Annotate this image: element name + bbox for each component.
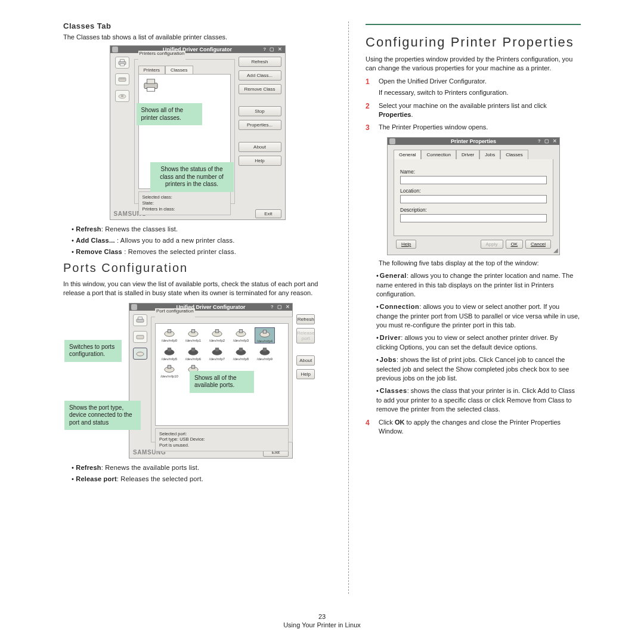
refresh-button[interactable]: Refresh bbox=[239, 57, 281, 67]
step-3: 3 The Printer Properties window opens. bbox=[366, 123, 581, 132]
printers-icon[interactable] bbox=[133, 314, 147, 326]
port-item[interactable]: /dev/mfp1 bbox=[183, 327, 203, 343]
pp-tab-jobs[interactable]: Jobs bbox=[479, 150, 500, 159]
selected-class-title: Selected class: bbox=[143, 194, 227, 200]
svg-rect-19 bbox=[215, 329, 218, 332]
port-item[interactable]: /dev/mfp5 bbox=[159, 346, 179, 361]
callout-class-status: Shows the status of the class and the nu… bbox=[150, 162, 234, 192]
ports-icon-active[interactable] bbox=[133, 348, 147, 360]
about-button[interactable]: About bbox=[239, 142, 281, 152]
help-button[interactable]: Help bbox=[239, 156, 281, 166]
svg-rect-31 bbox=[239, 348, 242, 351]
td-jobs-text: : shows the list of print jobs. Click Ca… bbox=[376, 356, 569, 382]
figure-printer-properties: Printer Properties ? ▢ ✕ General Connect… bbox=[387, 137, 560, 255]
step-4: 4 Click OK to apply the changes and clos… bbox=[366, 418, 581, 436]
step-4a: Click bbox=[379, 419, 395, 426]
configurator-sidebar bbox=[114, 57, 131, 204]
callout-switch-ports: Switches to ports configuration. bbox=[64, 340, 122, 362]
ports-config-heading: Ports Configuration bbox=[63, 261, 332, 275]
svg-rect-29 bbox=[215, 348, 218, 351]
pp-tab-general[interactable]: General bbox=[394, 150, 421, 159]
pp-help-button[interactable]: Help bbox=[396, 240, 416, 249]
pp-ok-button[interactable]: OK bbox=[506, 240, 524, 249]
port-item[interactable]: /dev/mfp9 bbox=[255, 346, 275, 361]
port-item[interactable]: /dev/mfp6 bbox=[183, 346, 203, 361]
svg-rect-11 bbox=[138, 317, 143, 319]
note-refresh-text: : Renews the classes list. bbox=[101, 225, 178, 233]
five-tabs-intro: The following five tabs display at the t… bbox=[379, 259, 581, 268]
app-icon bbox=[389, 138, 395, 144]
pp-tab-connection[interactable]: Connection bbox=[421, 150, 456, 159]
port-item[interactable]: /dev/mfp8 bbox=[231, 346, 251, 361]
help-button[interactable]: Help bbox=[296, 369, 315, 379]
add-class-button[interactable]: Add Class... bbox=[239, 70, 281, 80]
window-titlebar: Unified Driver Configurator ? ▢ ✕ bbox=[110, 46, 285, 53]
release-port-button[interactable]: Release port bbox=[296, 328, 315, 343]
note-addclass-text: : Allows you to add a new printer class. bbox=[115, 237, 235, 244]
pp-input-name[interactable] bbox=[400, 176, 547, 184]
pp-input-location[interactable] bbox=[400, 195, 547, 203]
svg-rect-27 bbox=[191, 348, 194, 351]
selected-port-type: Port type: USB Device: bbox=[159, 436, 284, 442]
refresh-button[interactable]: Refresh bbox=[296, 314, 315, 324]
ports-icon[interactable] bbox=[115, 90, 129, 102]
remove-class-button[interactable]: Remove Class bbox=[239, 84, 281, 94]
scanners-icon[interactable] bbox=[115, 73, 129, 85]
window-controls[interactable]: ? ▢ ✕ bbox=[263, 47, 283, 52]
step-1a: Open the Unified Driver Configurator. bbox=[379, 78, 487, 85]
left-column: Classes Tab The Classes tab shows a list… bbox=[54, 21, 341, 594]
pp-tab-driver[interactable]: Driver bbox=[456, 150, 479, 159]
pp-apply-button[interactable]: Apply bbox=[481, 240, 503, 249]
step-1: 1 Open the Unified Driver Configurator. … bbox=[366, 77, 581, 98]
about-button[interactable]: About bbox=[296, 355, 315, 366]
printer-class-icon bbox=[143, 78, 159, 92]
printers-icon[interactable] bbox=[115, 57, 129, 69]
port-item[interactable]: /dev/mfp7 bbox=[207, 346, 227, 361]
pp-input-description[interactable] bbox=[400, 214, 547, 222]
svg-rect-33 bbox=[263, 348, 266, 351]
exit-button[interactable]: Exit bbox=[255, 209, 281, 218]
td-driver-term: Driver bbox=[380, 334, 401, 341]
properties-button[interactable]: Properties... bbox=[239, 120, 281, 130]
port-item[interactable]: /dev/mfp10 bbox=[159, 363, 179, 378]
tab-description-list: General: allows you to change the printe… bbox=[376, 271, 581, 414]
group-label-ports: Port configuration bbox=[155, 308, 195, 314]
figure-classes-configurator: Unified Driver Configurator ? ▢ ✕ Printe… bbox=[110, 45, 286, 220]
svg-rect-6 bbox=[121, 95, 123, 97]
svg-rect-3 bbox=[119, 78, 126, 82]
port-item[interactable]: /dev/mfp2 bbox=[207, 327, 227, 343]
pp-titlebar: Printer Properties ? ▢ ✕ bbox=[388, 138, 559, 145]
classes-tab-intro: The Classes tab shows a list of availabl… bbox=[63, 33, 332, 42]
scanners-icon[interactable] bbox=[133, 331, 147, 343]
td-driver-text: : allows you to view or select another p… bbox=[376, 334, 558, 350]
tab-printers[interactable]: Printers bbox=[138, 66, 166, 74]
classes-tab-heading: Classes Tab bbox=[63, 21, 332, 30]
svg-rect-37 bbox=[191, 365, 194, 368]
pp-tab-classes[interactable]: Classes bbox=[500, 150, 528, 159]
step-4b: OK bbox=[395, 419, 405, 426]
svg-rect-23 bbox=[263, 330, 266, 333]
pp-label-location: Location: bbox=[400, 188, 547, 194]
pp-window-title: Printer Properties bbox=[451, 138, 496, 144]
classes-notes-list: Refresh: Renews the classes list. Add Cl… bbox=[63, 225, 332, 256]
selected-class-state: State: bbox=[143, 200, 227, 206]
pp-cancel-button[interactable]: Cancel bbox=[525, 240, 551, 249]
window-controls[interactable]: ? ▢ ✕ bbox=[538, 138, 558, 144]
resize-grip-icon[interactable]: ◢ bbox=[553, 247, 558, 253]
configuring-heading: Configuring Printer Properties bbox=[366, 24, 581, 50]
port-item[interactable]: /dev/mfp0 bbox=[159, 327, 179, 343]
configuring-intro: Using the properties window provided by … bbox=[366, 55, 581, 73]
port-item[interactable]: /dev/mfp3 bbox=[231, 327, 251, 343]
window-controls[interactable]: ? ▢ ✕ bbox=[271, 304, 291, 309]
page-number: 23 bbox=[0, 613, 644, 620]
ports-notes-list: Refresh: Renews the available ports list… bbox=[63, 463, 332, 484]
note-release-text: : Releases the selected port. bbox=[117, 475, 203, 482]
app-icon bbox=[112, 47, 118, 52]
selected-port-title: Selected port: bbox=[159, 431, 284, 437]
stop-button[interactable]: Stop bbox=[239, 106, 281, 116]
port-item[interactable]: /dev/mfp4 bbox=[255, 327, 275, 343]
svg-rect-9 bbox=[147, 88, 154, 91]
note-removeclass-term: Remove Class bbox=[76, 248, 122, 255]
tab-classes[interactable]: Classes bbox=[165, 66, 193, 74]
note-refresh-term: Refresh bbox=[76, 464, 101, 471]
